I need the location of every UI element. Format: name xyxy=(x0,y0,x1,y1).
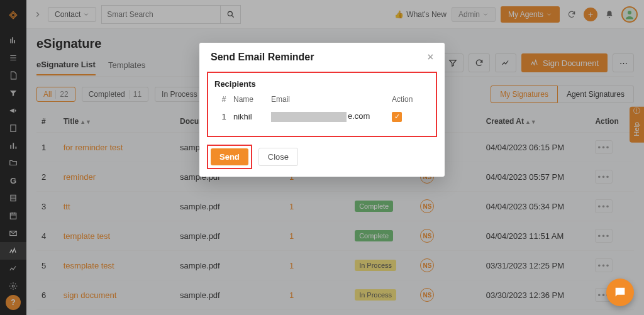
modal-title-text: Send Email Reminder xyxy=(211,52,314,63)
recipient-index: 1 xyxy=(214,112,233,121)
recipients-heading: Recipients xyxy=(214,79,430,89)
recipient-name: nikhil xyxy=(233,112,271,121)
close-button[interactable]: Close xyxy=(258,148,298,166)
recip-col-email: Email xyxy=(271,95,392,104)
recipients-highlight-box: Recipients # Name Email Action 1 nikhil … xyxy=(207,72,437,137)
email-redacted xyxy=(271,112,347,122)
recip-col-idx: # xyxy=(214,95,233,104)
send-button[interactable]: Send xyxy=(211,148,248,165)
recip-col-name: Name xyxy=(233,95,271,104)
recipient-row: 1 nikhil e.com ✓ xyxy=(214,106,430,127)
chat-bubble[interactable] xyxy=(606,279,634,306)
send-email-reminder-modal: Send Email Reminder × Recipients # Name … xyxy=(199,43,445,177)
send-highlight-box: Send xyxy=(207,145,252,169)
recip-col-action: Action xyxy=(392,95,430,104)
modal-close-button[interactable]: × xyxy=(428,52,433,63)
recipient-email: e.com xyxy=(271,111,392,122)
recipient-checkbox[interactable]: ✓ xyxy=(392,112,402,122)
